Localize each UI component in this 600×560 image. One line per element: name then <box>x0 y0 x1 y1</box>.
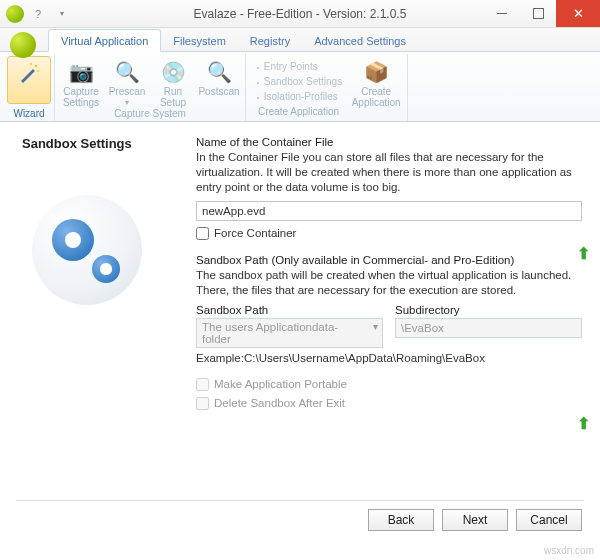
run-setup-button: 💿Run Setup <box>150 56 196 108</box>
maximize-button[interactable] <box>520 0 556 27</box>
container-file-input[interactable] <box>196 201 582 221</box>
capture-system-group-label: Capture System <box>58 108 242 121</box>
camera-icon: 📷 <box>67 58 95 86</box>
app-icon <box>10 32 36 58</box>
install-icon: 💿 <box>159 58 187 86</box>
qat-dropdown-button[interactable]: ▾ <box>52 4 72 24</box>
wizard-group-label: Wizard <box>7 108 51 121</box>
gear-icon <box>92 255 120 283</box>
magnifier-icon: 🔍 <box>113 58 141 86</box>
nav-up-arrow-icon[interactable]: ⬆ <box>577 244 590 263</box>
create-application-group-label: Create Application <box>255 104 342 121</box>
title-bar: ? ▾ Evalaze - Free-Edition - Version: 2.… <box>0 0 600 28</box>
page-heading: Sandbox Settings <box>22 136 182 151</box>
wizard-button[interactable] <box>7 56 51 104</box>
minimize-button[interactable] <box>484 0 520 27</box>
container-file-desc: In the Container File you can store all … <box>196 150 582 195</box>
prescan-button: 🔍Prescan▾ <box>104 56 150 108</box>
settings-illustration <box>32 195 142 305</box>
close-button[interactable]: ✕ <box>556 0 600 27</box>
sandbox-settings-item: ⬩ Sandbox Settings <box>255 74 342 89</box>
sandbox-path-col-label: Sandbox Path <box>196 304 383 316</box>
sandbox-path-select: The users Applicationdata-folder <box>196 318 383 348</box>
create-application-button: 📦Create Application <box>348 56 404 121</box>
svg-point-0 <box>35 65 38 68</box>
example-path: Example:C:\Users\Username\AppData\Roamin… <box>196 352 582 364</box>
magic-wand-icon <box>15 59 43 87</box>
tab-registry[interactable]: Registry <box>238 30 302 51</box>
delete-sandbox-checkbox: Delete Sandbox After Exit <box>196 397 582 410</box>
entry-points-item: ⬩ Entry Points <box>255 59 342 74</box>
sandbox-path-label: Sandbox Path (Only available in Commerci… <box>196 254 582 266</box>
container-file-label: Name of the Container File <box>196 136 582 148</box>
ribbon-tabs: Virtual Application Filesystem Registry … <box>0 28 600 52</box>
capture-settings-button: 📷Capture Settings <box>58 56 104 108</box>
svg-point-1 <box>30 63 32 65</box>
next-button[interactable]: Next <box>442 509 508 531</box>
tab-advanced-settings[interactable]: Advanced Settings <box>302 30 418 51</box>
watermark: wsxdn.com <box>544 545 594 556</box>
tab-virtual-application[interactable]: Virtual Application <box>48 29 161 52</box>
app-orb-icon[interactable] <box>6 5 24 23</box>
back-button[interactable]: Back <box>368 509 434 531</box>
sandbox-path-desc: The sandbox path will be created when th… <box>196 268 582 298</box>
footer-buttons: Back Next Cancel <box>0 501 600 539</box>
package-icon: 📦 <box>362 58 390 86</box>
magnifier-icon: 🔍 <box>205 58 233 86</box>
tab-filesystem[interactable]: Filesystem <box>161 30 238 51</box>
postscan-button: 🔍Postscan <box>196 56 242 108</box>
force-container-checkbox[interactable]: Force Container <box>196 227 582 240</box>
subdirectory-col-label: Subdirectory <box>395 304 582 316</box>
gear-icon <box>52 219 94 261</box>
svg-point-2 <box>37 70 39 72</box>
make-portable-checkbox: Make Application Portable <box>196 378 582 391</box>
ribbon: Wizard 📷Capture Settings 🔍Prescan▾ 💿Run … <box>0 52 600 122</box>
isolation-profiles-item: ⬩ Isolation-Profiles <box>255 89 342 104</box>
cancel-button[interactable]: Cancel <box>516 509 582 531</box>
nav-up-arrow-icon[interactable]: ⬆ <box>577 414 590 433</box>
qat-help-button[interactable]: ? <box>28 4 48 24</box>
subdirectory-input <box>395 318 582 338</box>
